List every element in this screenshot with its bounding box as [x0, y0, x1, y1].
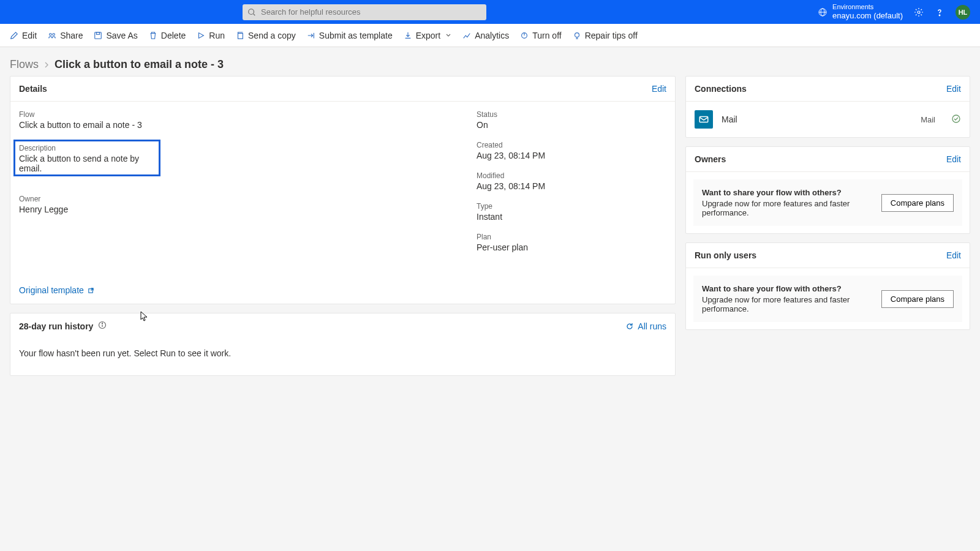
- description-field-highlighted: Description Click a button to send a not…: [13, 140, 160, 176]
- owners-card: Owners Edit Want to share your flow with…: [685, 146, 970, 234]
- run-history-card: 28-day run history All runs Your flow ha…: [10, 313, 676, 376]
- run-only-promo-title: Want to share your flow with others?: [702, 284, 872, 293]
- svg-point-6: [939, 15, 940, 15]
- save-as-label: Save As: [106, 31, 137, 40]
- run-only-edit-link[interactable]: Edit: [946, 250, 961, 260]
- repair-tips-off-button[interactable]: Repair tips off: [573, 31, 638, 40]
- svg-point-7: [50, 33, 52, 36]
- owner-label: Owner: [19, 193, 477, 204]
- connections-edit-link[interactable]: Edit: [946, 84, 961, 94]
- breadcrumb-root[interactable]: Flows: [10, 58, 39, 71]
- breadcrumb-current: Click a button to email a note - 3: [55, 58, 224, 71]
- owners-promo: Want to share your flow with others? Upg…: [693, 179, 962, 226]
- created-label: Created: [477, 140, 666, 151]
- external-link-icon: [88, 287, 94, 294]
- connections-card: Connections Edit Mail Mail: [685, 76, 970, 138]
- run-only-users-card: Run only users Edit Want to share your f…: [685, 242, 970, 330]
- svg-rect-11: [238, 33, 243, 39]
- flow-value: Click a button to email a note - 3: [19, 120, 477, 130]
- chevron-down-icon: [445, 32, 451, 39]
- share-button[interactable]: Share: [48, 31, 83, 40]
- history-empty-text: Your flow hasn't been run yet. Select Ru…: [10, 339, 675, 375]
- info-icon[interactable]: [98, 321, 107, 331]
- settings-icon[interactable]: [914, 7, 924, 17]
- compare-plans-button[interactable]: Compare plans: [881, 194, 954, 212]
- run-button[interactable]: Run: [197, 31, 225, 40]
- help-icon[interactable]: [935, 7, 944, 17]
- run-only-title: Run only users: [695, 250, 756, 260]
- repair-tips-label: Repair tips off: [585, 31, 638, 40]
- export-label: Export: [416, 31, 440, 40]
- history-title: 28-day run history: [19, 321, 93, 331]
- svg-point-0: [249, 9, 254, 14]
- connection-name: Mail: [722, 114, 912, 124]
- svg-line-1: [254, 13, 255, 15]
- svg-rect-18: [699, 117, 708, 122]
- svg-point-8: [53, 33, 55, 36]
- connection-row[interactable]: Mail Mail: [686, 102, 970, 137]
- top-header: Environments enayu.com (default) HL: [0, 0, 980, 24]
- owner-value: Henry Legge: [19, 204, 477, 214]
- toolbar: Edit Share Save As Delete Run Send a cop…: [0, 24, 980, 47]
- edit-button[interactable]: Edit: [10, 31, 37, 40]
- analytics-button[interactable]: Analytics: [462, 31, 509, 40]
- edit-label: Edit: [22, 31, 37, 40]
- type-label: Type: [477, 201, 666, 212]
- plan-value: Per-user plan: [477, 242, 666, 252]
- save-as-button[interactable]: Save As: [94, 31, 137, 40]
- avatar[interactable]: HL: [956, 5, 970, 20]
- search-bar[interactable]: [243, 4, 486, 20]
- owners-title: Owners: [695, 154, 726, 164]
- export-button[interactable]: Export: [404, 31, 451, 40]
- svg-point-17: [102, 323, 103, 323]
- owners-promo-title: Want to share your flow with others?: [702, 188, 872, 197]
- svg-rect-9: [95, 32, 102, 39]
- details-card: Details Edit Flow Click a button to emai…: [10, 76, 676, 304]
- description-label: Description: [19, 143, 155, 154]
- owners-promo-text: Upgrade now for more features and faster…: [702, 199, 872, 217]
- delete-label: Delete: [161, 31, 186, 40]
- svg-point-19: [952, 115, 960, 122]
- type-value: Instant: [477, 212, 666, 222]
- environment-picker[interactable]: Environments enayu.com (default): [818, 3, 903, 21]
- details-title: Details: [19, 84, 47, 94]
- modified-label: Modified: [477, 170, 666, 181]
- check-circle-icon: [951, 114, 961, 126]
- send-copy-button[interactable]: Send a copy: [236, 31, 296, 40]
- connection-type: Mail: [921, 115, 935, 124]
- all-runs-link[interactable]: All runs: [625, 321, 666, 331]
- globe-icon: [818, 7, 827, 17]
- run-only-promo: Want to share your flow with others? Upg…: [693, 276, 962, 322]
- plan-label: Plan: [477, 231, 666, 242]
- analytics-label: Analytics: [475, 31, 509, 40]
- compare-plans-button[interactable]: Compare plans: [881, 290, 954, 308]
- share-label: Share: [60, 31, 83, 40]
- owners-edit-link[interactable]: Edit: [946, 154, 961, 164]
- details-edit-link[interactable]: Edit: [652, 84, 666, 94]
- flow-label: Flow: [19, 109, 477, 120]
- turn-off-label: Turn off: [532, 31, 561, 40]
- search-icon: [247, 8, 256, 17]
- breadcrumb: Flows Click a button to email a note - 3: [0, 47, 980, 76]
- connections-title: Connections: [695, 84, 747, 94]
- refresh-icon: [625, 322, 634, 331]
- turn-off-button[interactable]: Turn off: [520, 31, 561, 40]
- send-copy-label: Send a copy: [248, 31, 296, 40]
- run-only-promo-text: Upgrade now for more features and faster…: [702, 295, 872, 313]
- search-input[interactable]: [261, 7, 481, 17]
- chevron-right-icon: [43, 60, 50, 70]
- status-label: Status: [477, 109, 666, 120]
- status-value: On: [477, 120, 666, 130]
- svg-rect-10: [97, 32, 100, 34]
- delete-button[interactable]: Delete: [149, 31, 186, 40]
- run-label: Run: [209, 31, 225, 40]
- environment-value: enayu.com (default): [832, 11, 903, 21]
- created-value: Aug 23, 08:14 PM: [477, 151, 666, 160]
- mail-icon: [695, 110, 713, 129]
- original-template-link[interactable]: Original template: [19, 285, 94, 295]
- svg-point-5: [918, 11, 920, 13]
- modified-value: Aug 23, 08:14 PM: [477, 181, 666, 191]
- submit-template-label: Submit as template: [319, 31, 393, 40]
- submit-template-button[interactable]: Submit as template: [307, 31, 393, 40]
- description-value: Click a button to send a note by email.: [19, 154, 155, 173]
